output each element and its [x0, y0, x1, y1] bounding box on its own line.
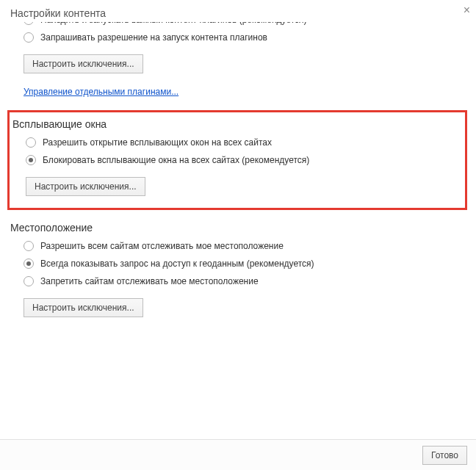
radio-label: Находить и запускать важный контент плаг… [40, 22, 307, 25]
manage-plugins-link[interactable]: Управление отдельными плагинами... [24, 87, 178, 97]
location-option-allow[interactable]: Разрешить всем сайтам отслеживать мое ме… [24, 241, 466, 251]
radio-icon [26, 155, 36, 165]
plugins-exceptions-button[interactable]: Настроить исключения... [24, 54, 143, 73]
close-icon[interactable]: × [464, 4, 470, 16]
plugins-options: Запускать контент всех плагинов Находить… [10, 22, 466, 43]
location-exceptions-button[interactable]: Настроить исключения... [24, 298, 143, 317]
radio-icon [24, 258, 34, 269]
plugins-option-ask[interactable]: Запрашивать разрешение на запуск контент… [24, 32, 466, 43]
popups-options: Разрешить открытие всплывающих окон на в… [12, 137, 462, 165]
radio-label: Запретить сайтам отслеживать мое местопо… [40, 276, 259, 286]
scroll-filler [10, 320, 466, 439]
location-heading: Местоположение [10, 222, 466, 234]
location-option-block[interactable]: Запретить сайтам отслеживать мое местопо… [24, 276, 466, 286]
popups-option-block[interactable]: Блокировать всплывающие окна на всех сай… [26, 155, 462, 165]
popups-option-allow[interactable]: Разрешить открытие всплывающих окон на в… [26, 137, 462, 148]
done-button[interactable]: Готово [422, 446, 467, 465]
radio-icon [24, 276, 34, 286]
dialog-title: Настройки контента [0, 0, 476, 24]
radio-label: Разрешить всем сайтам отслеживать мое ме… [40, 241, 284, 251]
popups-highlight-box: Всплывающие окна Разрешить открытие вспл… [7, 110, 467, 210]
radio-icon [24, 22, 34, 25]
radio-label: Всегда показывать запрос на доступ к гео… [40, 258, 314, 269]
popups-exceptions-button[interactable]: Настроить исключения... [26, 177, 145, 196]
radio-icon [24, 32, 34, 43]
radio-label: Разрешить открытие всплывающих окон на в… [43, 137, 272, 148]
plugins-option-detect-important[interactable]: Находить и запускать важный контент плаг… [24, 22, 466, 25]
radio-label: Запрашивать разрешение на запуск контент… [40, 32, 267, 43]
radio-label: Блокировать всплывающие окна на всех сай… [43, 155, 309, 165]
popups-heading: Всплывающие окна [12, 118, 462, 130]
dialog-footer: Готово [0, 439, 476, 470]
content-settings-dialog: × Настройки контента Настроить обработчи… [0, 0, 476, 470]
location-option-ask[interactable]: Всегда показывать запрос на доступ к гео… [24, 258, 466, 269]
radio-icon [24, 241, 34, 251]
location-options: Разрешить всем сайтам отслеживать мое ме… [10, 241, 466, 286]
settings-scroll-area[interactable]: Настроить обработчики... Плагины Запуска… [0, 22, 470, 439]
radio-icon [26, 137, 36, 148]
